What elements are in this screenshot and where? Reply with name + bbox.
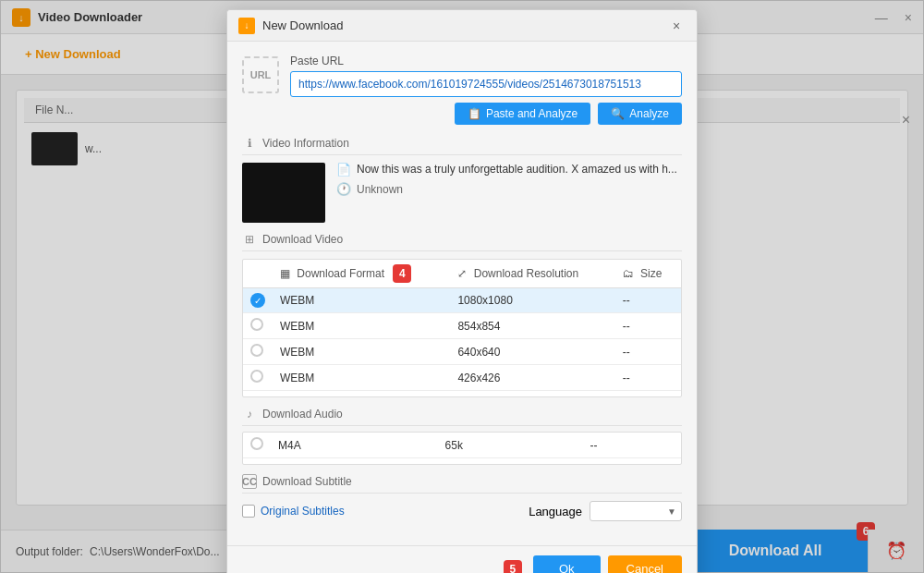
language-dropdown[interactable]	[590, 501, 682, 521]
table-row[interactable]: WEBM 640x640 --	[243, 339, 681, 365]
radio-icon	[250, 318, 263, 331]
download-audio-table: M4A 65k --	[243, 433, 681, 458]
td-audio-size: --	[582, 433, 681, 458]
video-duration: 🕐 Unknown	[336, 182, 682, 196]
subtitle-icon: CC	[242, 474, 257, 489]
badge-4: 4	[393, 264, 411, 283]
table-row[interactable]: ✓ WEBM 1080x1080 --	[243, 288, 681, 313]
td-radio-1[interactable]: ✓	[243, 288, 273, 313]
td-format-4: WEBM	[273, 365, 450, 391]
analyze-button[interactable]: 🔍 Analyze	[598, 103, 682, 125]
download-audio-header: ♪ Download Audio	[242, 407, 682, 426]
td-size-4: --	[615, 365, 681, 391]
new-download-modal: ↓ New Download × URL Paste URL	[226, 9, 698, 573]
download-audio-section: ♪ Download Audio M4A 65k --	[242, 407, 682, 465]
td-audio-radio[interactable]	[243, 433, 271, 458]
modal-close-button[interactable]: ×	[667, 17, 686, 35]
badge-5: 5	[504, 560, 522, 574]
checkmark-icon: ✓	[250, 293, 265, 308]
td-resolution-2: 854x854	[450, 313, 614, 339]
video-info-header: ℹ Video Information	[242, 136, 682, 155]
td-format-1: WEBM	[273, 288, 450, 313]
audio-icon: ♪	[242, 407, 257, 421]
table-row[interactable]: WEBM 426x426 --	[243, 365, 681, 391]
download-video-header: ⊞ Download Video	[242, 232, 682, 251]
original-subtitles-link[interactable]: Original Subtitles	[261, 505, 345, 518]
download-video-table-wrapper[interactable]: ▦ Download Format 4 ⤢ Download Resolutio…	[242, 259, 682, 397]
modal-title: New Download	[262, 18, 343, 32]
td-radio-2[interactable]	[243, 313, 273, 339]
th-select	[243, 260, 273, 288]
th-format: ▦ Download Format 4	[273, 260, 450, 288]
subtitle-row: Original Subtitles Language ▼	[242, 501, 682, 521]
radio-icon	[250, 370, 263, 383]
td-size-1: --	[615, 288, 681, 313]
ok-button[interactable]: Ok	[533, 555, 601, 573]
modal-title-left: ↓ New Download	[238, 18, 343, 34]
td-resolution-3: 640x640	[450, 339, 614, 365]
subtitle-checkbox[interactable]: Original Subtitles	[242, 505, 345, 518]
language-dropdown-wrapper: ▼	[590, 501, 682, 521]
cancel-button[interactable]: Cancel	[608, 555, 682, 573]
url-icon-box: URL	[242, 56, 279, 93]
url-box-label: URL	[250, 69, 272, 80]
th-resolution-icon: ⤢	[457, 267, 467, 280]
modal-body: URL Paste URL 📋 Paste and Analyze 🔍 Anal…	[227, 42, 697, 545]
download-video-icon: ⊞	[242, 232, 257, 247]
video-meta: 📄 Now this was a truly unforgettable aud…	[336, 163, 682, 223]
radio-icon	[250, 344, 263, 357]
audio-radio-icon	[250, 437, 263, 450]
search-icon: 🔍	[611, 107, 625, 120]
document-icon: 📄	[336, 163, 351, 177]
video-info-body: 📄 Now this was a truly unforgettable aud…	[242, 163, 682, 223]
subtitle-checkbox-box[interactable]	[242, 505, 255, 518]
td-resolution-4: 426x426	[450, 365, 614, 391]
video-thumbnail	[242, 163, 325, 223]
td-format-2: WEBM	[273, 313, 450, 339]
download-subtitle-section: CC Download Subtitle Original Subtitles …	[242, 474, 682, 521]
table-row[interactable]: WEBM 854x854 --	[243, 313, 681, 339]
audio-table-row[interactable]: M4A 65k --	[243, 433, 681, 458]
td-resolution-1: 1080x1080	[450, 288, 614, 313]
td-size-2: --	[615, 313, 681, 339]
td-size-3: --	[615, 339, 681, 365]
url-section: URL Paste URL 📋 Paste and Analyze 🔍 Anal…	[242, 55, 682, 125]
video-title: 📄 Now this was a truly unforgettable aud…	[336, 163, 682, 177]
th-size: 🗂 Size	[615, 260, 681, 288]
modal-titlebar: ↓ New Download ×	[227, 10, 697, 42]
td-audio-bitrate: 65k	[438, 433, 583, 458]
paste-and-analyze-button[interactable]: 📋 Paste and Analyze	[455, 103, 590, 125]
info-icon: ℹ	[242, 136, 257, 151]
th-size-icon: 🗂	[623, 267, 634, 280]
td-radio-3[interactable]	[243, 339, 273, 365]
url-section-right: Paste URL 📋 Paste and Analyze 🔍 Analyze	[290, 55, 682, 125]
download-subtitle-header: CC Download Subtitle	[242, 474, 682, 494]
clipboard-icon: 📋	[468, 107, 481, 120]
download-audio-table-wrapper[interactable]: M4A 65k --	[242, 432, 682, 465]
modal-footer: 5 Ok Cancel	[227, 545, 697, 573]
modal-app-icon: ↓	[238, 18, 255, 34]
download-video-table: ▦ Download Format 4 ⤢ Download Resolutio…	[243, 260, 681, 391]
td-audio-format: M4A	[271, 433, 438, 458]
th-format-icon: ▦	[280, 267, 290, 280]
clock-icon: 🕐	[336, 182, 351, 196]
th-resolution: ⤢ Download Resolution	[450, 260, 614, 288]
modal-overlay: ↓ New Download × URL Paste URL	[0, 0, 924, 573]
url-label: Paste URL	[290, 55, 682, 67]
url-buttons: 📋 Paste and Analyze 🔍 Analyze	[290, 103, 682, 125]
url-input[interactable]	[290, 71, 682, 97]
language-select: Language ▼	[529, 501, 682, 521]
td-format-3: WEBM	[273, 339, 450, 365]
td-radio-4[interactable]	[243, 365, 273, 391]
table-header-row: ▦ Download Format 4 ⤢ Download Resolutio…	[243, 260, 681, 288]
